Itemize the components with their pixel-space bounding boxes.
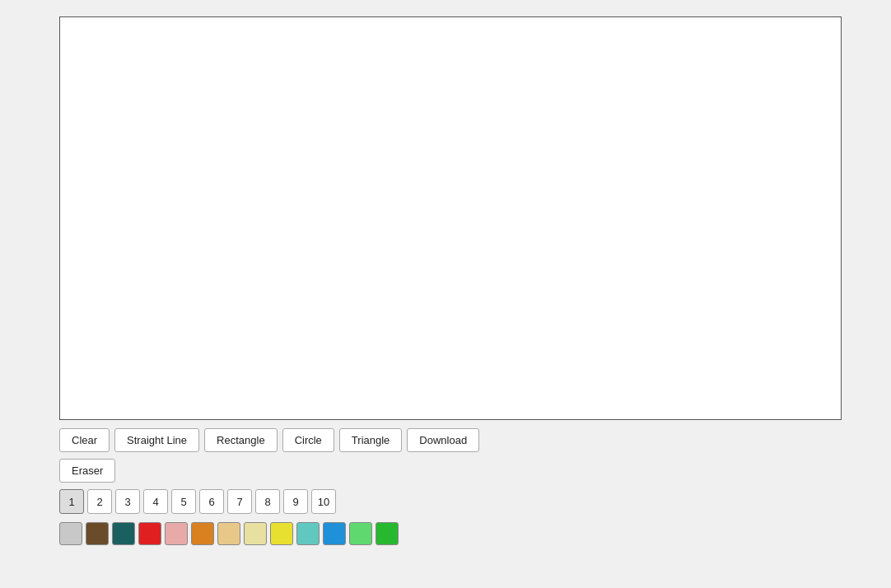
size-2-button[interactable]: 2: [87, 489, 112, 514]
size-6-button[interactable]: 6: [199, 489, 224, 514]
color-swatch-dark-teal[interactable]: [112, 522, 135, 545]
color-swatch-orange[interactable]: [191, 522, 214, 545]
color-swatch-light-pink[interactable]: [165, 522, 188, 545]
color-swatch-light-green[interactable]: [349, 522, 372, 545]
size-8-button[interactable]: 8: [255, 489, 280, 514]
clear-button[interactable]: Clear: [59, 428, 110, 452]
circle-button[interactable]: Circle: [282, 428, 334, 452]
color-swatch-brown[interactable]: [86, 522, 109, 545]
size-3-button[interactable]: 3: [115, 489, 140, 514]
size-5-button[interactable]: 5: [171, 489, 196, 514]
size-10-button[interactable]: 10: [311, 489, 336, 514]
stroke-size-selector: 1 2 3 4 5 6 7 8 9 10: [59, 489, 883, 514]
straight-line-button[interactable]: Straight Line: [114, 428, 199, 452]
eraser-button[interactable]: Eraser: [59, 459, 115, 483]
color-palette: [59, 522, 883, 545]
drawing-canvas[interactable]: [59, 16, 842, 420]
size-1-button[interactable]: 1: [59, 489, 84, 514]
toolbar-row-1: Clear Straight Line Rectangle Circle Tri…: [59, 428, 883, 452]
download-button[interactable]: Download: [407, 428, 479, 452]
size-9-button[interactable]: 9: [283, 489, 308, 514]
size-7-button[interactable]: 7: [227, 489, 252, 514]
color-swatch-light-gray[interactable]: [59, 522, 82, 545]
color-swatch-green[interactable]: [376, 522, 399, 545]
triangle-button[interactable]: Triangle: [339, 428, 402, 452]
color-swatch-yellow[interactable]: [270, 522, 293, 545]
toolbar-row-2: Eraser: [59, 459, 883, 483]
color-swatch-red[interactable]: [138, 522, 161, 545]
color-swatch-light-teal[interactable]: [296, 522, 320, 545]
color-swatch-light-yellow[interactable]: [244, 522, 267, 545]
color-swatch-light-orange[interactable]: [217, 522, 240, 545]
rectangle-button[interactable]: Rectangle: [204, 428, 278, 452]
color-swatch-blue[interactable]: [323, 522, 346, 545]
size-4-button[interactable]: 4: [143, 489, 168, 514]
